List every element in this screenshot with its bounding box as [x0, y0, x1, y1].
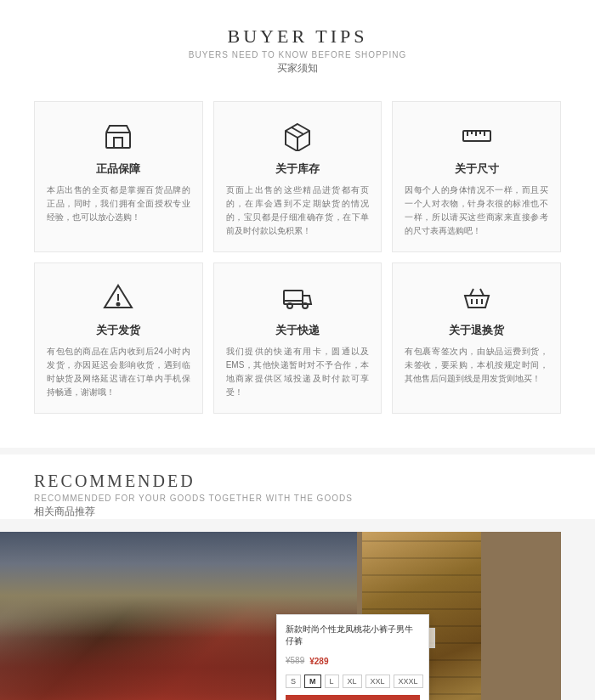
box-icon	[279, 117, 316, 155]
basket-icon	[458, 279, 496, 316]
svg-line-6	[292, 127, 303, 134]
size-button-S[interactable]: S	[286, 675, 301, 688]
carousel: ‹ › 新款时尚个性龙凤桃花小裤子男牛仔裤 ¥589 ¥289 SMLXLXXL…	[0, 532, 561, 700]
product-price-row: ¥589 ¥289	[286, 652, 420, 668]
svg-rect-0	[106, 133, 130, 148]
recommended-subtitle: RECOMMENDED FOR YOUR GOODS TOGETHER WITH…	[34, 494, 561, 503]
recommended-section: RECOMMENDED RECOMMENDED FOR YOUR GOODS T…	[0, 454, 595, 519]
tip-title-authentic: 正品保障	[96, 161, 140, 177]
size-button-XXXL[interactable]: XXXL	[394, 675, 423, 688]
tips-grid: 正品保障 本店出售的全页都是掌握百货品牌的正品，同时，我们拥有全面授权专业经验，…	[34, 101, 561, 414]
buyer-tips-title: BUYER TIPS	[34, 25, 561, 48]
tip-title-stock: 关于库存	[275, 161, 320, 177]
tip-text-return: 有包裹寄签次内，由缺品运费到货，未签收，要采购，本机按规定时间，其他售后问题到线…	[405, 345, 548, 386]
svg-point-16	[287, 303, 292, 308]
tip-card-return: 关于退换货 有包裹寄签次内，由缺品运费到货，未签收，要采购，本机按规定时间，其他…	[392, 262, 561, 414]
add-to-cart-button[interactable]: 🛒 加入购物车	[286, 695, 420, 700]
ruler-icon	[458, 117, 496, 155]
tip-card-delivery: 关于发货 有包包的商品在店内收到后24小时内发货，亦因延迟会影响收货，遇到临时缺…	[34, 262, 203, 414]
svg-rect-15	[284, 291, 303, 304]
tip-text-express: 我们提供的快递有用卡，圆通以及EMS，其他快递暂时对不予合作，本地商家提供区域投…	[226, 345, 370, 399]
svg-point-17	[303, 303, 308, 308]
svg-line-3	[286, 131, 298, 138]
buyer-tips-subtitle: BUYERS NEED TO KNOW BEFORE SHOPPING	[34, 50, 561, 59]
tip-text-authentic: 本店出售的全页都是掌握百货品牌的正品，同时，我们拥有全面授权专业经验，也可以放心…	[47, 183, 190, 224]
size-button-XXL[interactable]: XXL	[366, 675, 390, 688]
buyer-tips-section: BUYER TIPS BUYERS NEED TO KNOW BEFORE SH…	[0, 0, 595, 448]
recommended-header: RECOMMENDED RECOMMENDED FOR YOUR GOODS T…	[34, 471, 561, 519]
size-button-M[interactable]: M	[304, 675, 321, 688]
size-row: SMLXLXXLXXXL	[286, 675, 420, 688]
product-new-price: ¥289	[309, 652, 328, 668]
product-name: 新款时尚个性龙凤桃花小裤子男牛仔裤	[286, 624, 420, 647]
size-button-XL[interactable]: XL	[343, 675, 362, 688]
tip-card-express: 关于快递 我们提供的快递有用卡，圆通以及EMS，其他快递暂时对不予合作，本地商家…	[213, 262, 382, 414]
buyer-tips-header: BUYER TIPS BUYERS NEED TO KNOW BEFORE SH…	[34, 25, 561, 76]
tip-title-size: 关于尺寸	[455, 161, 499, 177]
size-button-L[interactable]: L	[325, 675, 339, 688]
tip-title-return: 关于退换货	[449, 323, 504, 338]
tip-card-size: 关于尺寸 因每个人的身体情况不一样，而且买一个人对衣物，针身衣很的标准也不一样，…	[392, 101, 561, 252]
svg-point-14	[117, 303, 120, 306]
recommended-cn-title: 相关商品推荐	[34, 505, 561, 519]
tip-text-delivery: 有包包的商品在店内收到后24小时内发货，亦因延迟会影响收货，遇到临时缺货及网络延…	[47, 345, 190, 399]
tip-text-size: 因每个人的身体情况不一样，而且买一个人对衣物，针身衣很的标准也不一样，所以请买这…	[405, 183, 548, 238]
svg-rect-1	[114, 138, 122, 148]
store-icon	[99, 117, 137, 155]
tip-title-delivery: 关于发货	[96, 323, 140, 338]
tip-title-express: 关于快递	[275, 323, 320, 338]
tip-text-stock: 页面上出售的这些精品进货都有页的，在库会遇到不定期缺货的情况的，宝贝都是仔细准确…	[226, 183, 370, 238]
buyer-tips-cn-title: 买家须知	[34, 61, 561, 76]
warning-icon	[99, 279, 137, 316]
truck-icon	[279, 279, 316, 316]
tip-card-stock: 关于库存 页面上出售的这些精品进货都有页的，在库会遇到不定期缺货的情况的，宝贝都…	[213, 101, 382, 252]
recommended-title: RECOMMENDED	[34, 471, 561, 491]
product-card-overlay: 新款时尚个性龙凤桃花小裤子男牛仔裤 ¥589 ¥289 SMLXLXXLXXXL…	[276, 614, 429, 700]
product-old-price: ¥589	[286, 656, 304, 665]
tip-card-authentic: 正品保障 本店出售的全页都是掌握百货品牌的正品，同时，我们拥有全面授权专业经验，…	[34, 101, 203, 252]
